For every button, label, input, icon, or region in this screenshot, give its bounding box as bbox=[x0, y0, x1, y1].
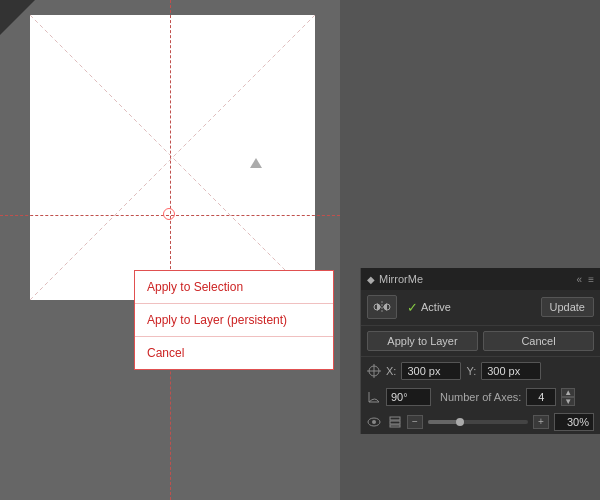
direction-marker bbox=[250, 158, 262, 168]
svg-point-13 bbox=[372, 420, 376, 424]
x-label: X: bbox=[386, 365, 396, 377]
panel-row-angle: Number of Axes: ▲ ▼ bbox=[361, 384, 600, 410]
axes-label: Number of Axes: bbox=[440, 391, 521, 403]
apply-to-layer-button[interactable]: Apply to Layer bbox=[367, 331, 478, 351]
svg-rect-15 bbox=[390, 421, 400, 424]
active-checkmark: ✓ bbox=[407, 300, 418, 315]
mirror-tool-icon[interactable] bbox=[367, 295, 397, 319]
axes-increment[interactable]: ▲ bbox=[561, 388, 575, 397]
collapse-icon[interactable]: « bbox=[577, 274, 583, 285]
opacity-input[interactable] bbox=[554, 413, 594, 431]
panel-title-icon: ◆ bbox=[367, 274, 375, 285]
opacity-slider-fill bbox=[428, 420, 458, 424]
panel-row-opacity: − + bbox=[361, 410, 600, 434]
position-icon bbox=[367, 364, 381, 378]
panel-row-mode: ✓ Active Update bbox=[361, 290, 600, 324]
axes-decrement[interactable]: ▼ bbox=[561, 397, 575, 406]
panel-titlebar: ◆ MirrorMe « ≡ bbox=[361, 268, 600, 290]
apply-to-selection-item[interactable]: Apply to Selection bbox=[135, 271, 333, 304]
opacity-slider-track[interactable] bbox=[428, 420, 528, 424]
panel-row-xy: X: Y: bbox=[361, 358, 600, 384]
apply-to-layer-persistent-item[interactable]: Apply to Layer (persistent) bbox=[135, 304, 333, 337]
panel-title: MirrorMe bbox=[379, 273, 423, 285]
divider-1 bbox=[361, 325, 600, 326]
opacity-slider-thumb[interactable] bbox=[456, 418, 464, 426]
panel-title-left: ◆ MirrorMe bbox=[367, 273, 423, 285]
update-button[interactable]: Update bbox=[541, 297, 594, 317]
axes-input[interactable] bbox=[526, 388, 556, 406]
svg-line-0 bbox=[30, 15, 315, 300]
canvas-area bbox=[0, 0, 340, 500]
opacity-increase[interactable]: + bbox=[533, 415, 549, 429]
y-input[interactable] bbox=[481, 362, 541, 380]
opacity-decrease[interactable]: − bbox=[407, 415, 423, 429]
x-input[interactable] bbox=[401, 362, 461, 380]
mirror-icon-svg bbox=[373, 299, 391, 315]
panel-title-controls: « ≡ bbox=[577, 274, 594, 285]
mirrorme-panel: ◆ MirrorMe « ≡ ✓ Active Update bbox=[360, 268, 600, 434]
angle-input[interactable] bbox=[386, 388, 431, 406]
axes-stepper[interactable]: ▲ ▼ bbox=[561, 388, 575, 406]
active-label: Active bbox=[421, 301, 451, 313]
cancel-button[interactable]: Cancel bbox=[483, 331, 594, 351]
svg-rect-14 bbox=[390, 417, 400, 420]
cancel-item[interactable]: Cancel bbox=[135, 337, 333, 369]
canvas-square bbox=[30, 15, 315, 300]
active-toggle-group[interactable]: ✓ Active bbox=[407, 300, 451, 315]
canvas-diagonals bbox=[30, 15, 315, 300]
divider-2 bbox=[361, 356, 600, 357]
angle-icon bbox=[367, 390, 381, 404]
panel-menu-icon[interactable]: ≡ bbox=[588, 274, 594, 285]
y-label: Y: bbox=[466, 365, 476, 377]
vertical-axis bbox=[170, 0, 171, 500]
panel-row-actions: Apply to Layer Cancel bbox=[361, 327, 600, 355]
visibility-icon bbox=[367, 417, 381, 427]
layer-icon bbox=[388, 415, 402, 429]
center-origin bbox=[163, 208, 175, 220]
svg-rect-16 bbox=[390, 425, 400, 427]
context-menu: Apply to Selection Apply to Layer (persi… bbox=[134, 270, 334, 370]
svg-line-1 bbox=[30, 15, 315, 300]
